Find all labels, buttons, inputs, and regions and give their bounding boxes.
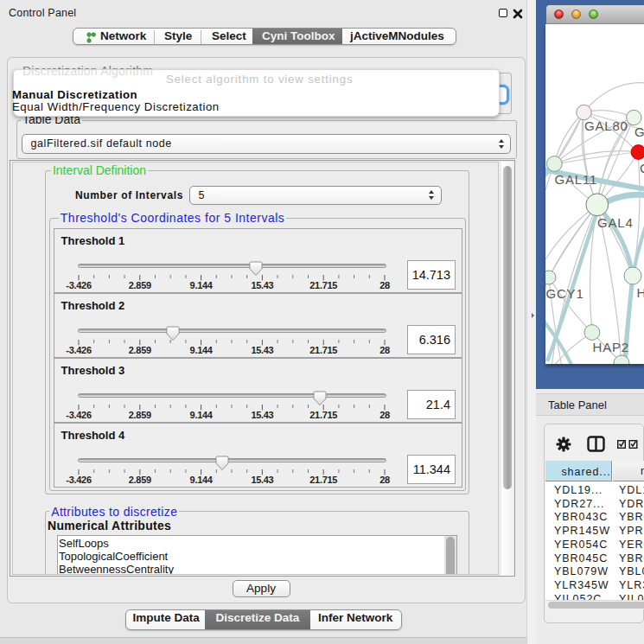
svg-text:HAP2: HAP2	[593, 340, 629, 354]
svg-text:C: C	[640, 161, 644, 175]
svg-text:GAL80: GAL80	[584, 118, 628, 133]
svg-text:GAL4: GAL4	[597, 215, 634, 230]
svg-text:G.: G.	[634, 124, 644, 139]
svg-text:GAL11: GAL11	[555, 172, 598, 187]
svg-text:GCY1: GCY1	[546, 286, 584, 301]
svg-text:H: H	[637, 285, 644, 300]
